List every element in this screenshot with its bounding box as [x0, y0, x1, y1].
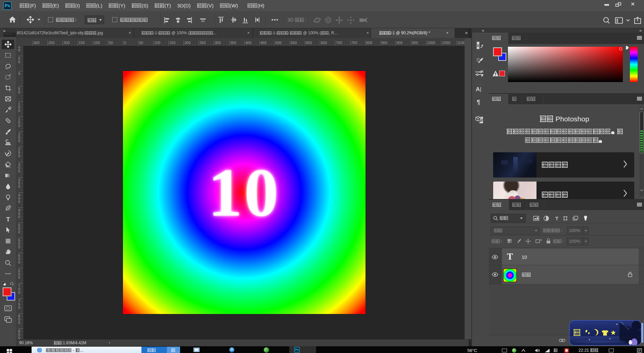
svg-text:T: T — [6, 216, 10, 223]
svg-text:T: T — [555, 215, 558, 221]
